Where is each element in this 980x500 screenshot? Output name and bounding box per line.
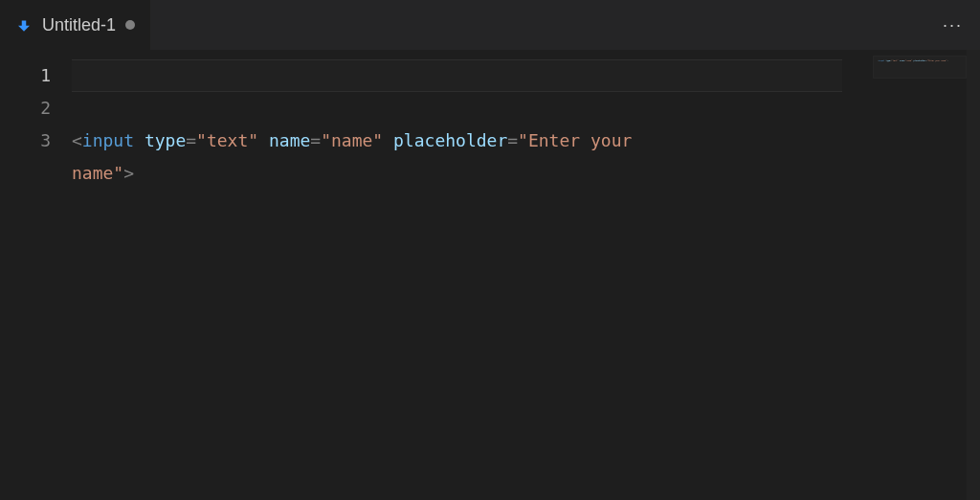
modified-indicator-icon (125, 20, 135, 30)
vertical-scrollbar[interactable] (967, 50, 980, 500)
token-tag: input (82, 130, 134, 150)
token-space (134, 130, 145, 150)
token-string: "name" (321, 130, 383, 150)
token-attr: type (145, 130, 186, 150)
editor-area: 1 2 3 <input type="text" name="name" pla… (0, 50, 980, 500)
tabs-bar: Untitled-1 ··· (0, 0, 980, 50)
tab-label: Untitled-1 (42, 15, 116, 35)
tab-untitled-1[interactable]: Untitled-1 (0, 0, 151, 50)
token-space (383, 130, 393, 150)
file-arrow-icon (15, 16, 33, 34)
line-number: 2 (0, 92, 51, 125)
token-punct: < (72, 130, 82, 150)
minimap[interactable]: <input type="text" name="name" placehold… (873, 56, 967, 79)
line-number-gutter: 1 2 3 (0, 50, 72, 500)
token-punct: = (310, 130, 321, 150)
line-number: 3 (0, 125, 51, 157)
code-line (72, 59, 980, 92)
line-number: 1 (0, 59, 51, 92)
more-actions-icon[interactable]: ··· (937, 11, 969, 39)
token-string: "text" (196, 130, 258, 150)
code-line (72, 92, 980, 125)
tab-actions: ··· (937, 0, 969, 50)
token-attr: placeholder (393, 130, 507, 150)
token-space (258, 130, 269, 150)
code-line: <input type="text" name="name" placehold… (72, 125, 665, 190)
token-punct: > (123, 163, 134, 183)
code-content[interactable]: <input type="text" name="name" placehold… (72, 50, 980, 500)
token-attr: name (269, 130, 310, 150)
token-punct: = (507, 130, 518, 150)
token-punct: = (186, 130, 196, 150)
